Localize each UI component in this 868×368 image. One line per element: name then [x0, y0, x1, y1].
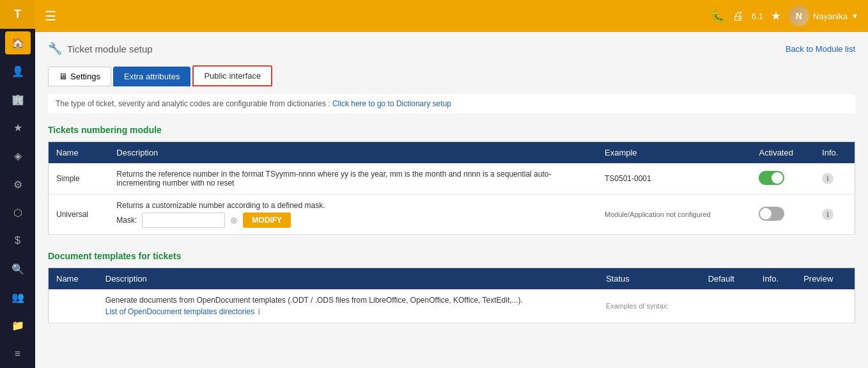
- user-dropdown-icon[interactable]: ▼: [851, 12, 858, 20]
- sidebar-item-folder[interactable]: 📁: [5, 314, 31, 337]
- doc-col-info: Info.: [755, 268, 796, 290]
- row-simple-example: TS0501-0001: [597, 163, 751, 195]
- tab-extra-attributes[interactable]: Extra attributes: [113, 67, 190, 86]
- sidebar-item-user[interactable]: 👤: [5, 60, 31, 83]
- clear-mask-icon[interactable]: ⊗: [230, 215, 238, 225]
- favorite-icon[interactable]: ★: [771, 9, 781, 23]
- doc-col-description: Description: [98, 268, 598, 290]
- table-row: Universal Returns a customizable number …: [49, 195, 855, 235]
- settings-icon: 🔧: [48, 42, 62, 56]
- doc-col-default: Default: [701, 268, 755, 290]
- section-title-numbering: Tickets numbering module: [48, 125, 855, 135]
- doc-table-header-row: Name Description Status Default Info. Pr…: [49, 268, 855, 290]
- row-universal-toggle[interactable]: [751, 195, 814, 235]
- table-row: Generate documents from OpenDocument tem…: [49, 289, 855, 323]
- sidebar-item-box[interactable]: ⬡: [5, 201, 31, 224]
- doc-row-name: [49, 289, 98, 323]
- page-title-container: 🔧 Ticket module setup: [48, 42, 153, 56]
- doc-col-status: Status: [598, 268, 701, 290]
- content-area: 🔧 Ticket module setup Back to Module lis…: [35, 32, 868, 368]
- sidebar-item-settings[interactable]: ≡: [5, 342, 31, 365]
- sidebar-item-building[interactable]: 🏢: [5, 88, 31, 111]
- username-label: Nayanika: [813, 12, 848, 21]
- toggle-simple[interactable]: [759, 171, 784, 185]
- toggle-universal[interactable]: [759, 207, 784, 221]
- page-title: Ticket module setup: [67, 44, 153, 54]
- sidebar-item-money[interactable]: ◈: [5, 145, 31, 168]
- doc-col-name: Name: [49, 268, 98, 290]
- document-templates-table: Name Description Status Default Info. Pr…: [48, 268, 855, 323]
- page-header: 🔧 Ticket module setup Back to Module lis…: [48, 42, 855, 56]
- sidebar-item-users[interactable]: 👥: [5, 286, 31, 309]
- tab-public-interface-label: Public interface: [204, 71, 261, 81]
- app-logo[interactable]: T: [0, 0, 35, 29]
- col-description: Description: [109, 142, 597, 164]
- sidebar-item-dollar[interactable]: $: [5, 229, 31, 252]
- sidebar-item-star[interactable]: ★: [5, 116, 31, 140]
- col-example: Example: [597, 142, 751, 164]
- table-header-row: Name Description Example Activated Info.: [49, 142, 855, 164]
- info-text-bar: The type of ticket, severity and analyti…: [48, 94, 855, 113]
- section-title-docs: Document templates for tickets: [48, 251, 855, 261]
- doc-row-preview: [796, 289, 855, 323]
- version-label: 6.1: [752, 12, 763, 21]
- tabs-container: 🖥 Settings Extra attributes Public inter…: [48, 65, 855, 86]
- sidebar: T 🏠 👤 🏢 ★ ◈ ⚙ ⬡ $ 🔍 👥 📁 ≡: [0, 0, 35, 368]
- col-info: Info.: [814, 142, 855, 164]
- topbar-left: ☰: [45, 8, 56, 24]
- mask-row: Mask: ⊗ MODIFY: [116, 212, 589, 228]
- sidebar-item-tools[interactable]: ⚙: [5, 173, 31, 196]
- bug-icon[interactable]: 🐛: [711, 9, 725, 23]
- mask-input[interactable]: [142, 212, 225, 228]
- user-menu[interactable]: N Nayanika ▼: [789, 6, 858, 26]
- print-icon[interactable]: 🖨: [732, 10, 744, 23]
- hamburger-icon[interactable]: ☰: [45, 8, 56, 24]
- toggle-knob: [760, 208, 771, 220]
- sidebar-item-search[interactable]: 🔍: [5, 257, 31, 280]
- back-to-module-list-link[interactable]: Back to Module list: [786, 44, 855, 54]
- tab-settings-label: Settings: [70, 72, 100, 81]
- info-icon-universal[interactable]: ℹ: [822, 209, 833, 220]
- numbering-table: Name Description Example Activated Info.…: [48, 141, 855, 235]
- doc-list-label: List of OpenDocument templates directori…: [105, 307, 254, 316]
- row-universal-info[interactable]: ℹ: [814, 195, 855, 235]
- mask-label: Mask:: [116, 216, 137, 225]
- doc-row-desc: Generate documents from OpenDocument tem…: [98, 289, 598, 323]
- tab-settings[interactable]: 🖥 Settings: [48, 67, 111, 86]
- info-icon-simple[interactable]: ℹ: [822, 173, 833, 184]
- universal-desc-text: Returns a customizable number according …: [116, 201, 589, 210]
- main-area: ☰ 🐛 🖨 6.1 ★ N Nayanika ▼ 🔧 Ticket module…: [35, 0, 868, 368]
- avatar: N: [789, 6, 809, 26]
- info-text-content: The type of ticket, severity and analyti…: [56, 99, 330, 108]
- sidebar-item-home[interactable]: 🏠: [5, 31, 31, 54]
- toggle-knob: [771, 172, 783, 184]
- doc-list-info-icon[interactable]: ℹ: [258, 307, 261, 316]
- doc-row-status: Examples of syntax:: [598, 289, 701, 323]
- row-universal-example: Module/Application not configured: [597, 195, 751, 235]
- table-row: Simple Returns the reference number in t…: [49, 163, 855, 195]
- topbar: ☰ 🐛 🖨 6.1 ★ N Nayanika ▼: [35, 0, 868, 32]
- doc-row-default: [701, 289, 755, 323]
- col-activated: Activated: [751, 142, 814, 164]
- dictionary-setup-link[interactable]: Click here to go to Dictionary setup: [332, 99, 451, 108]
- row-universal-desc: Returns a customizable number according …: [109, 195, 597, 235]
- doc-col-preview: Preview: [796, 268, 855, 290]
- row-simple-toggle[interactable]: [751, 163, 814, 195]
- topbar-right: 🐛 🖨 6.1 ★ N Nayanika ▼: [711, 6, 858, 26]
- row-simple-name: Simple: [49, 163, 109, 195]
- tab-public-interface[interactable]: Public interface: [192, 65, 272, 86]
- doc-desc-text: Generate documents from OpenDocument tem…: [105, 296, 591, 305]
- row-universal-name: Universal: [49, 195, 109, 235]
- settings-tab-icon: 🖥: [59, 72, 67, 81]
- row-simple-info[interactable]: ℹ: [814, 163, 855, 195]
- modify-button[interactable]: MODIFY: [243, 212, 291, 228]
- doc-row-info: [755, 289, 796, 323]
- col-name: Name: [49, 142, 109, 164]
- row-simple-desc: Returns the reference number in the form…: [109, 163, 597, 195]
- tab-extra-attributes-label: Extra attributes: [124, 72, 180, 81]
